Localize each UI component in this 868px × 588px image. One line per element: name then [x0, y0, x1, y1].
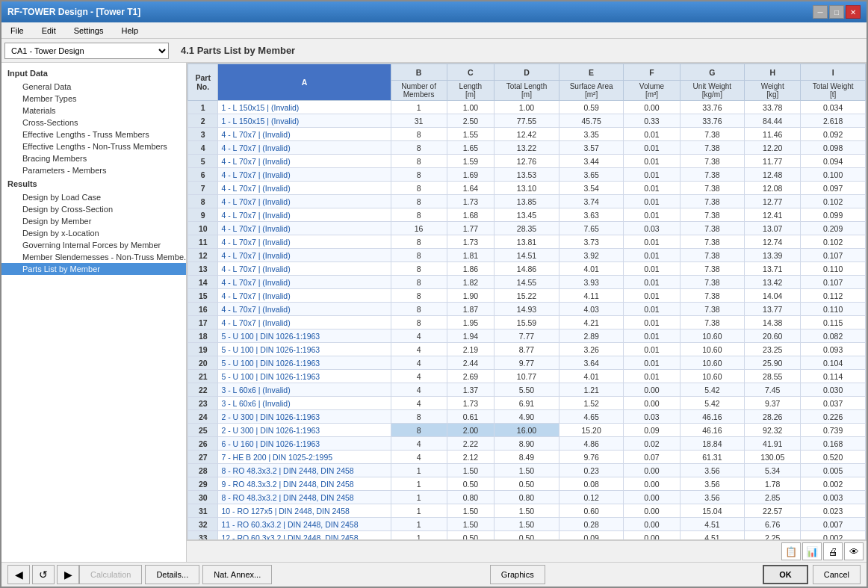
cell-weight: 12.74 [745, 235, 801, 249]
cell-part-no: 6 [188, 168, 218, 182]
cell-members: 8 [391, 289, 447, 303]
ok-button[interactable]: OK [763, 565, 808, 584]
cell-surface: 4.11 [559, 289, 624, 303]
cell-volume: 0.02 [624, 437, 680, 451]
cell-surface: 0.59 [559, 101, 624, 114]
cell-section: 7 - HE B 200 | DIN 1025-2:1995 [218, 451, 391, 464]
header-col-d: D [495, 64, 559, 81]
nat-annex-button[interactable]: Nat. Annex... [202, 565, 272, 584]
sidebar-item-design-member[interactable]: Design by Member [1, 215, 186, 227]
cell-members: 8 [391, 303, 447, 316]
cell-total-wt: 0.007 [801, 518, 866, 531]
sidebar-item-materials[interactable]: Materials [1, 105, 186, 117]
sidebar-item-bracing[interactable]: Bracing Members [1, 152, 186, 164]
cell-length: 1.59 [447, 155, 495, 168]
cell-part-no: 7 [188, 182, 218, 195]
cell-surface: 3.26 [559, 343, 624, 356]
cell-surface: 3.64 [559, 356, 624, 370]
cell-total-length: 1.50 [495, 504, 559, 518]
cell-surface: 4.01 [559, 370, 624, 383]
maximize-button[interactable]: □ [829, 5, 844, 19]
sidebar-item-general-data[interactable]: General Data [1, 81, 186, 93]
table-row: 23 3 - L 60x6 | (Invalid) 4 1.73 6.91 1.… [188, 397, 866, 410]
cell-weight: 33.78 [745, 101, 801, 114]
cell-unit-wt: 7.38 [680, 316, 745, 329]
cell-surface: 3.63 [559, 208, 624, 222]
parts-table: PartNo. A B C D E F G H I Number o [187, 64, 866, 540]
export-table-icon[interactable]: 📋 [781, 542, 801, 560]
title-bar: RF-TOWER Design - [Tower T1] ─ □ ✕ [1, 1, 867, 22]
cell-unit-wt: 7.38 [680, 155, 745, 168]
nav-prev-button[interactable]: ◀ [7, 565, 30, 584]
cell-total-length: 0.50 [495, 477, 559, 491]
sidebar-item-slendemesses[interactable]: Member Slendemesses - Non-Truss Membe... [1, 251, 186, 263]
cell-members: 4 [391, 356, 447, 370]
sidebar-item-design-load-case[interactable]: Design by Load Case [1, 191, 186, 203]
sidebar-item-eff-lengths-truss[interactable]: Effective Lengths - Truss Members [1, 129, 186, 140]
cell-members: 1 [391, 101, 447, 114]
cell-total-wt: 0.093 [801, 343, 866, 356]
cell-section: 9 - RO 48.3x3.2 | DIN 2448, DIN 2458 [218, 477, 391, 491]
cell-total-wt: 0.005 [801, 464, 866, 477]
cell-surface: 0.23 [559, 464, 624, 477]
sidebar-item-parts-list[interactable]: Parts List by Member [1, 263, 186, 275]
cell-total-length: 6.91 [495, 397, 559, 410]
table-row: 21 5 - U 100 | DIN 1026-1:1963 4 2.69 10… [188, 370, 866, 383]
cell-part-no: 5 [188, 155, 218, 168]
cell-weight: 2.25 [745, 531, 801, 541]
cell-length: 2.50 [447, 114, 495, 128]
cell-total-wt: 0.112 [801, 289, 866, 303]
cell-section: 4 - L 70x7 | (Invalid) [218, 303, 391, 316]
cell-unit-wt: 7.38 [680, 262, 745, 276]
cell-surface: 45.75 [559, 114, 624, 128]
chart-icon[interactable]: 📊 [802, 542, 822, 560]
sidebar-item-member-types[interactable]: Member Types [1, 93, 186, 105]
graphics-button[interactable]: Graphics [490, 565, 545, 584]
title-controls: ─ □ ✕ [813, 5, 861, 19]
cell-volume: 0.00 [624, 464, 680, 477]
design-case-dropdown[interactable]: CA1 - Tower Design [4, 43, 169, 59]
cell-unit-wt: 5.42 [680, 397, 745, 410]
table-container[interactable]: PartNo. A B C D E F G H I Number o [187, 63, 867, 540]
sidebar-item-parameters[interactable]: Parameters - Members [1, 164, 186, 176]
cell-section: 4 - L 70x7 | (Invalid) [218, 235, 391, 249]
cell-surface: 3.44 [559, 155, 624, 168]
menu-settings[interactable]: Settings [68, 25, 110, 37]
table-row: 3 4 - L 70x7 | (Invalid) 8 1.55 12.42 3.… [188, 128, 866, 141]
table-row: 28 8 - RO 48.3x3.2 | DIN 2448, DIN 2458 … [188, 464, 866, 477]
table-row: 15 4 - L 70x7 | (Invalid) 8 1.90 15.22 4… [188, 289, 866, 303]
cell-length: 2.19 [447, 343, 495, 356]
menu-edit[interactable]: Edit [36, 25, 62, 37]
cell-section: 4 - L 70x7 | (Invalid) [218, 208, 391, 222]
cell-section: 5 - U 100 | DIN 1026-1:1963 [218, 370, 391, 383]
calculation-button[interactable]: Calculation [79, 565, 142, 584]
cell-section: 3 - L 60x6 | (Invalid) [218, 397, 391, 410]
print-icon[interactable]: 🖨 [823, 542, 843, 560]
minimize-button[interactable]: ─ [813, 5, 828, 19]
sidebar-item-design-cross-section[interactable]: Design by Cross-Section [1, 203, 186, 215]
details-button[interactable]: Details... [145, 565, 199, 584]
cell-members: 8 [391, 262, 447, 276]
sidebar-item-governing-forces[interactable]: Governing Internal Forces by Member [1, 239, 186, 251]
table-row: 20 5 - U 100 | DIN 1026-1:1963 4 2.44 9.… [188, 356, 866, 370]
action-buttons: Calculation Details... Nat. Annex... [79, 565, 272, 584]
sidebar-item-eff-lengths-nontruss[interactable]: Effective Lengths - Non-Truss Members [1, 140, 186, 152]
sidebar-item-design-xlocation[interactable]: Design by x-Location [1, 227, 186, 239]
nav-next-button[interactable]: ▶ [57, 565, 79, 584]
cell-volume: 0.00 [624, 477, 680, 491]
menu-help[interactable]: Help [115, 25, 144, 37]
nav-reload-button[interactable]: ↺ [32, 565, 55, 584]
cell-volume: 0.01 [624, 249, 680, 262]
close-button[interactable]: ✕ [846, 5, 861, 19]
cancel-button[interactable]: Cancel [813, 565, 861, 584]
cell-volume: 0.01 [624, 276, 680, 289]
table-row: 27 7 - HE B 200 | DIN 1025-2:1995 4 2.12… [188, 451, 866, 464]
sidebar-item-cross-sections[interactable]: Cross-Sections [1, 117, 186, 129]
table-row: 25 2 - U 300 | DIN 1026-1:1963 8 2.00 16… [188, 424, 866, 437]
view-icon[interactable]: 👁 [844, 542, 864, 560]
cell-volume: 0.01 [624, 128, 680, 141]
cell-unit-wt: 46.16 [680, 424, 745, 437]
cell-volume: 0.03 [624, 410, 680, 424]
cell-unit-wt: 10.60 [680, 370, 745, 383]
menu-file[interactable]: File [4, 25, 30, 37]
